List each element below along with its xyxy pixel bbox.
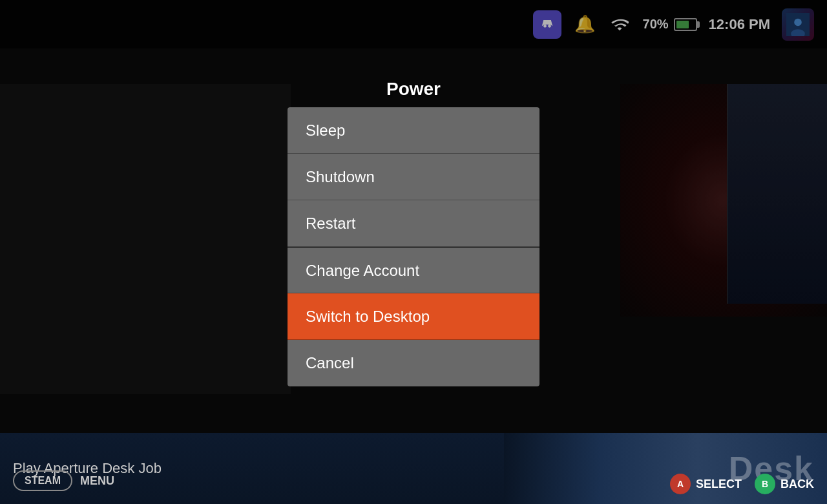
- menu-item-restart[interactable]: Restart: [288, 200, 539, 247]
- menu-label: MENU: [80, 474, 114, 488]
- back-control: B BACK: [755, 474, 814, 494]
- select-control: A SELECT: [670, 474, 742, 494]
- steam-button-area: STEAM MENU: [13, 470, 114, 491]
- steam-pill[interactable]: STEAM: [13, 470, 72, 491]
- power-menu-overlay: Power Sleep Shutdown Restart Change Acco…: [0, 0, 827, 504]
- menu-item-shutdown[interactable]: Shutdown: [288, 154, 539, 200]
- bottom-controls: A SELECT B BACK: [670, 474, 814, 494]
- back-label: BACK: [780, 478, 814, 491]
- power-menu: Sleep Shutdown Restart Change Account Sw…: [288, 107, 539, 386]
- power-title: Power: [386, 79, 441, 100]
- menu-item-switch-to-desktop[interactable]: Switch to Desktop: [288, 293, 539, 340]
- menu-item-sleep[interactable]: Sleep: [288, 107, 539, 154]
- b-button[interactable]: B: [755, 474, 775, 494]
- menu-item-cancel[interactable]: Cancel: [288, 340, 539, 386]
- a-button[interactable]: A: [670, 474, 691, 494]
- select-label: SELECT: [696, 478, 742, 491]
- menu-item-change-account[interactable]: Change Account: [288, 247, 539, 293]
